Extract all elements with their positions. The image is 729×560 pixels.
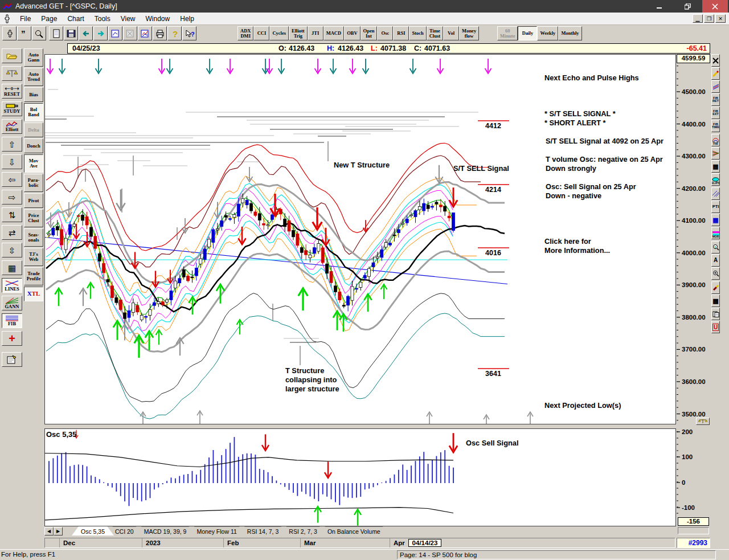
study-price-clust[interactable]: Price Clust [24,209,43,227]
price-axis[interactable]: 4599.59 4500.004400.004300.004200.004100… [677,54,710,426]
chart-sw-button[interactable] [138,26,152,40]
date-axis[interactable]: 04/14/23 Dec2023FebMarApr [44,538,675,548]
draw-mob-button[interactable]: MOB [711,227,720,239]
draw-pti-button[interactable]: PTI [711,201,720,213]
main-chart[interactable]: 4412421440163641Next Echo and Pulse High… [44,54,676,424]
help-button[interactable]: ? [167,26,182,40]
study-auto-trend[interactable]: Auto Trend [24,68,43,86]
study-para--bolic[interactable]: Para- bolic [24,174,43,192]
draw-fan-button[interactable] [711,147,720,160]
study-mov-ave[interactable]: Mov Ave [24,154,43,173]
draw-fib-time-button[interactable]: FIB TIME [711,120,720,132]
child-close-button[interactable]: ✕ [715,14,726,23]
quotes-button[interactable]: ” [17,26,31,40]
tab-rsi-14-7-3[interactable]: RSI 14, 7, 3 [238,526,288,536]
study-money-flow[interactable]: Money flow [459,26,479,40]
tool-arrow-right-button[interactable]: ⇨ [2,190,22,205]
restore-button[interactable] [675,0,701,13]
tab-macd-19-39-9[interactable]: MACD 19, 39, 9 [135,526,196,536]
study-pivot[interactable]: Pivot [24,193,43,208]
tool-properties-button[interactable] [2,352,22,367]
child-minimize-button[interactable]: ▁ [693,14,703,23]
chart-x-button[interactable] [123,26,137,40]
interval-daily[interactable]: Daily [518,26,537,40]
tool-fib-button[interactable]: FIB [2,313,22,328]
tool-study-button[interactable]: STUDY [2,101,22,116]
tool-arrow-up-button[interactable]: ⇧ [2,137,22,152]
tab-on-balance-volume[interactable]: On Balance Volume [318,526,390,536]
study-trade-profile[interactable]: Trade Profile [24,267,43,285]
tool-swap-v-button[interactable]: ⇅ [2,207,22,222]
draw-grid-button[interactable]: ▦ [711,160,720,173]
draw-notes-button[interactable] [711,308,720,320]
tab-money-flow-11[interactable]: Money Flow 11 [187,526,245,536]
study-macd[interactable]: MACD [323,26,344,40]
study-adx-dmi[interactable]: ADX DMI [237,26,253,40]
study-delta[interactable]: Delta [24,122,43,137]
study-auto-gann[interactable]: Auto Gann [24,48,43,67]
study-bol-band[interactable]: Bol Band [24,103,43,121]
interval-weekly[interactable]: Weekly [537,26,558,40]
study-cci[interactable]: CCI [253,26,269,40]
draw-pencil-button[interactable] [711,67,720,80]
draw-zoom-in-button[interactable] [711,267,720,280]
doc-button[interactable] [49,26,63,40]
tool-arrow-down-button[interactable]: ⇩ [2,154,22,169]
study-time-clust[interactable]: Time Clust [427,26,443,40]
draw-fib-ext-button[interactable]: FIB EXT [711,107,720,119]
study-cycles[interactable]: Cycles [269,26,289,40]
study-rsi[interactable]: RSI [393,26,409,40]
oscillator-axis[interactable]: 2001000-100 -156 [677,428,710,536]
menu-chart[interactable]: Chart [62,13,89,24]
draw-delete-x-button[interactable] [711,54,720,67]
study-tj's-web[interactable]: TJ's Web [24,248,43,266]
tool-swap-h-button[interactable]: ⇄ [2,225,22,240]
study-jti[interactable]: JTI [308,26,323,40]
tool-lines-button[interactable]: LINES [2,278,22,293]
study-bias[interactable]: Bias [24,87,43,102]
child-restore-button[interactable]: ❒ [704,14,714,23]
study-elliott-trig[interactable]: Elliott Trig [289,26,308,40]
pushpin-button[interactable] [2,26,17,40]
interval-monthly[interactable]: Monthly [558,26,581,40]
save-button[interactable] [64,26,78,40]
menu-page[interactable]: Page [36,13,62,24]
tab-scroll-left[interactable]: ◀ [44,527,54,536]
menu-file[interactable]: File [15,13,36,24]
menu-view[interactable]: View [116,13,141,24]
tool-grid-button[interactable]: ▦ [2,260,22,275]
draw-explore-button[interactable]: 1 [711,241,720,254]
tab-rsi-2-7-3[interactable]: RSI 2, 7, 3 [280,526,326,536]
tool-arrow-left-button[interactable]: ⇦ [2,172,22,187]
draw-parallel-lines-button[interactable] [711,80,720,93]
tool-scales-button[interactable] [2,66,22,81]
tool-reset-button[interactable]: ⇠⋄⇢RESET [2,84,22,99]
draw-hatch-button[interactable] [711,187,720,200]
study-osc[interactable]: Osc [377,26,393,40]
chart-up-button[interactable] [108,26,122,40]
menu-tools[interactable]: Tools [89,13,116,24]
menu-window[interactable]: Window [141,13,175,24]
tool-open-button[interactable] [2,48,22,63]
context-help-button[interactable]: ? [182,26,196,40]
interval-60-minute[interactable]: 60 Minute [497,26,518,40]
magnifier-button[interactable] [32,26,46,40]
close-button[interactable] [702,0,728,13]
axis-scales-button[interactable] [696,418,710,425]
date-axis-boxed-date[interactable]: 04/14/23 [408,539,441,547]
tool-gann-button[interactable]: GANN [2,296,22,310]
study-xtl[interactable]: XTL [24,287,43,301]
draw-grid-blue-button[interactable]: ▦ [711,214,720,226]
study-donch[interactable]: Donch [24,138,43,153]
tool-crosshair-button[interactable]: + [2,331,22,346]
tool-elliott-button[interactable]: Elliott [2,119,22,134]
tab-osc-5-35[interactable]: Osc 5,35 [72,526,114,536]
draw-text-button[interactable]: A [711,254,720,267]
draw-pattern-button[interactable]: ▩ [711,295,720,307]
study-open-int[interactable]: Open Int [361,26,378,40]
minimize-button[interactable] [646,0,672,13]
tool-fit-button[interactable]: ⇳ [2,243,22,257]
draw-ellipse-button[interactable]: ELiPS [711,173,720,186]
prev-button[interactable] [79,26,93,40]
draw-fib-ret-button[interactable]: FIB RET [711,93,720,106]
